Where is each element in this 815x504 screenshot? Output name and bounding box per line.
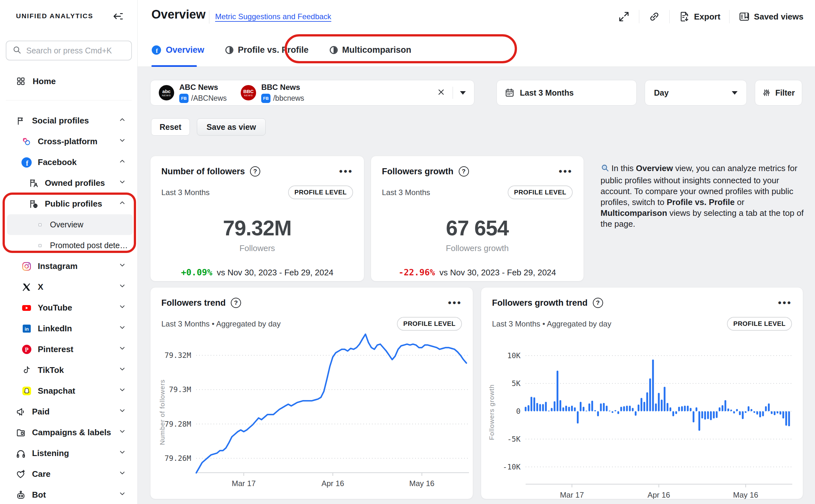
card-title: Number of followers <box>161 167 245 177</box>
reset-button[interactable]: Reset <box>151 118 190 136</box>
chevron-down-icon[interactable] <box>118 469 126 479</box>
app-logo: UNIFIED ANALYTICS <box>16 12 93 20</box>
tab-multicomparison[interactable]: Multicomparison <box>330 45 411 55</box>
sidebar-item-home[interactable]: Home <box>0 71 138 91</box>
sidebar-item-listening[interactable]: Listening <box>0 443 138 464</box>
sidebar-item-label: Cross-platform <box>38 137 97 146</box>
card-menu-icon[interactable]: ••• <box>558 170 573 173</box>
sidebar-item-label: Campaigns & labels <box>32 428 111 437</box>
chevron-up-icon[interactable] <box>118 116 126 126</box>
chevron-down-icon[interactable] <box>118 365 126 375</box>
sidebar-item-label: Social profiles <box>32 116 89 126</box>
help-icon[interactable]: ? <box>593 298 603 308</box>
svg-text:-10K: -10K <box>503 463 521 471</box>
chevron-down-icon[interactable] <box>118 324 126 334</box>
save-as-view-button[interactable]: Save as view <box>197 118 266 136</box>
card-menu-icon[interactable]: ••• <box>339 170 353 173</box>
leaf-bullet <box>38 223 42 226</box>
collapse-sidebar-icon[interactable] <box>112 10 124 22</box>
chevron-down-icon[interactable] <box>118 386 126 396</box>
granularity-caret <box>732 91 738 95</box>
sidebar-item-facebook[interactable]: fFacebook <box>0 152 138 173</box>
chevron-down-icon[interactable] <box>118 178 126 188</box>
sidebar-item-promoted-post-dete[interactable]: Promoted post dete… <box>0 235 138 256</box>
card-menu-icon[interactable]: ••• <box>448 301 462 304</box>
snapchat-icon <box>21 386 32 397</box>
chevron-up-icon[interactable] <box>118 199 126 209</box>
followers-growth-trend-chart[interactable]: 10K5K0-5K-10KMar 17Apr 16May 16Followers… <box>481 332 803 499</box>
saved-views-button[interactable]: Saved views <box>739 11 803 22</box>
granularity-select[interactable]: Day <box>645 80 747 106</box>
sidebar-item-care[interactable]: Care <box>0 464 138 484</box>
profile-selector[interactable]: abcNEWS ABC News FB /ABCNews BBCNEWS BBC… <box>150 80 474 106</box>
sidebar-item-pinterest[interactable]: PPinterest <box>0 339 138 360</box>
comparison-period: vs Nov 30, 2023 - Feb 29, 2024 <box>439 268 556 278</box>
chevron-down-icon[interactable] <box>118 282 126 292</box>
followers-trend-card: Followers trend ? ••• Last 3 Months • Ag… <box>150 287 473 499</box>
followers-trend-chart[interactable]: 79.32M79.3M79.28M79.26MMar 17Apr 16May 1… <box>150 332 473 499</box>
filter-button[interactable]: Filter <box>755 80 802 106</box>
sidebar-item-label: Owned profiles <box>45 178 105 188</box>
search-input[interactable]: Search or press Cmd+K <box>6 41 132 60</box>
sidebar-item-bot[interactable]: Bot <box>0 484 138 504</box>
sidebar-item-x[interactable]: X <box>0 277 138 297</box>
chevron-down-icon[interactable] <box>118 344 126 354</box>
sidebar-item-snapchat[interactable]: Snapchat <box>0 381 138 401</box>
date-range-picker[interactable]: Last 3 Months <box>496 80 637 106</box>
chevron-down-icon[interactable] <box>118 448 126 458</box>
sidebar-item-overview[interactable]: Overview <box>7 214 133 235</box>
metric-suggestions-link[interactable]: Metric Suggestions and Feedback <box>215 12 331 21</box>
help-icon[interactable]: ? <box>231 298 241 308</box>
followers-delta: +0.09% <box>181 267 213 277</box>
profile-dropdown-caret[interactable] <box>460 91 466 95</box>
help-icon[interactable]: ? <box>459 166 469 177</box>
chevron-down-icon[interactable] <box>118 137 126 146</box>
flag-person-icon <box>28 178 39 189</box>
sidebar-item-label: Instagram <box>38 261 77 271</box>
heart-plus-icon <box>15 469 26 480</box>
sidebar-item-label: X <box>38 282 43 292</box>
card-title: Followers growth trend <box>492 298 588 308</box>
chevron-down-icon[interactable] <box>118 261 126 271</box>
sidebar-item-cross-platform[interactable]: Cross-platform <box>0 131 138 152</box>
clear-profiles-icon[interactable] <box>437 88 446 98</box>
profile-handle: /bbcnews <box>273 94 304 103</box>
tab-overview[interactable]: f Overview <box>151 45 204 55</box>
comparison-icon <box>330 46 338 54</box>
profile-chip-abc-news[interactable]: abcNEWS ABC News FB /ABCNews <box>159 83 227 103</box>
sidebar-item-youtube[interactable]: YouTube <box>0 297 138 318</box>
sidebar-item-label: Facebook <box>38 157 76 167</box>
chevron-down-icon[interactable] <box>118 428 126 437</box>
flag-globe-icon <box>28 199 39 209</box>
help-icon[interactable]: ? <box>250 166 260 177</box>
export-button[interactable]: Export <box>679 11 720 22</box>
chevron-down-icon[interactable] <box>118 303 126 313</box>
filter-sliders-icon <box>762 88 771 98</box>
sidebar-item-public-profiles[interactable]: Public profiles <box>0 193 138 214</box>
page-header: Overview Metric Suggestions and Feedback… <box>138 0 815 33</box>
card-menu-icon[interactable]: ••• <box>778 301 792 304</box>
sidebar-item-instagram[interactable]: Instagram <box>0 256 138 277</box>
sidebar-item-label: LinkedIn <box>38 324 72 334</box>
sidebar-item-paid[interactable]: Paid <box>0 401 138 422</box>
sidebar-item-social-profiles[interactable]: Social profiles <box>0 110 138 131</box>
tiktok-icon <box>21 365 32 376</box>
chevron-up-icon[interactable] <box>118 157 126 167</box>
svg-text:79.3M: 79.3M <box>169 385 191 394</box>
svg-text:Mar 17: Mar 17 <box>560 491 584 499</box>
sidebar-item-campaigns-labels[interactable]: Campaigns & labels <box>0 422 138 443</box>
expand-icon[interactable] <box>618 11 630 23</box>
svg-text:79.28M: 79.28M <box>164 420 191 428</box>
sidebar-item-tiktok[interactable]: TikTok <box>0 360 138 381</box>
sidebar-item-owned-profiles[interactable]: Owned profiles <box>0 173 138 193</box>
chevron-down-icon[interactable] <box>118 490 126 500</box>
profile-chip-bbc-news[interactable]: BBCNEWS BBC News FB /bbcnews <box>241 83 304 103</box>
svg-text:0: 0 <box>516 407 520 415</box>
profile-name: BBC News <box>261 83 304 92</box>
header-separator <box>669 10 670 23</box>
chevron-down-icon[interactable] <box>118 407 126 417</box>
tab-profile-vs-profile[interactable]: Profile vs. Profile <box>226 45 309 55</box>
link-icon[interactable] <box>648 11 661 23</box>
followers-growth-card: Followers growth ? ••• Last 3 Months PRO… <box>371 156 584 281</box>
sidebar-item-linkedin[interactable]: inLinkedIn <box>0 318 138 339</box>
